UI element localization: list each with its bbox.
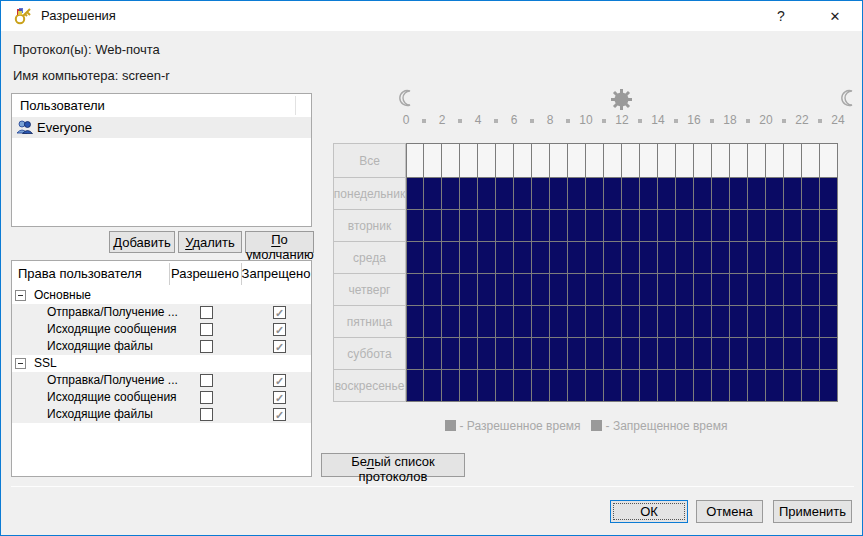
- schedule-cell[interactable]: [748, 242, 766, 274]
- schedule-cell[interactable]: [586, 178, 604, 210]
- schedule-cell[interactable]: [676, 143, 694, 178]
- schedule-day-label[interactable]: вторник: [333, 209, 406, 242]
- schedule-cell[interactable]: [406, 338, 424, 370]
- schedule-cell[interactable]: [676, 242, 694, 274]
- schedule-cell[interactable]: [658, 242, 676, 274]
- schedule-cell[interactable]: [748, 210, 766, 242]
- schedule-cell[interactable]: [676, 178, 694, 210]
- schedule-cell[interactable]: [442, 306, 460, 338]
- allowed-checkbox[interactable]: [200, 340, 213, 353]
- delete-user-button[interactable]: Удалить: [178, 231, 242, 253]
- schedule-cell[interactable]: [694, 242, 712, 274]
- schedule-cell[interactable]: [586, 143, 604, 178]
- schedule-cell[interactable]: [550, 143, 568, 178]
- schedule-cell[interactable]: [658, 306, 676, 338]
- schedule-cell[interactable]: [622, 143, 640, 178]
- schedule-cell[interactable]: [784, 178, 802, 210]
- schedule-cell[interactable]: [514, 274, 532, 306]
- schedule-cell[interactable]: [802, 370, 820, 402]
- schedule-cell[interactable]: [406, 178, 424, 210]
- schedule-cell[interactable]: [532, 178, 550, 210]
- schedule-cell[interactable]: [712, 210, 730, 242]
- schedule-cell[interactable]: [478, 274, 496, 306]
- schedule-cell[interactable]: [676, 274, 694, 306]
- schedule-cell[interactable]: [586, 242, 604, 274]
- schedule-cell[interactable]: [550, 306, 568, 338]
- schedule-cell[interactable]: [640, 306, 658, 338]
- schedule-cell[interactable]: [784, 338, 802, 370]
- schedule-cell[interactable]: [712, 370, 730, 402]
- schedule-cell[interactable]: [604, 370, 622, 402]
- schedule-cell[interactable]: [640, 242, 658, 274]
- schedule-cell[interactable]: [442, 178, 460, 210]
- schedule-cell[interactable]: [406, 370, 424, 402]
- schedule-day-label[interactable]: среда: [333, 241, 406, 274]
- schedule-cell[interactable]: [658, 210, 676, 242]
- forbidden-checkbox[interactable]: ✓: [273, 306, 286, 319]
- schedule-cell[interactable]: [676, 370, 694, 402]
- schedule-cell[interactable]: [460, 338, 478, 370]
- schedule-cell[interactable]: [766, 143, 784, 178]
- user-row-everyone[interactable]: Everyone: [12, 117, 311, 138]
- schedule-cell[interactable]: [604, 242, 622, 274]
- schedule-cell[interactable]: [820, 274, 838, 306]
- schedule-cell[interactable]: [604, 178, 622, 210]
- schedule-cell[interactable]: [514, 143, 532, 178]
- forbidden-checkbox[interactable]: ✓: [273, 408, 286, 421]
- schedule-cell[interactable]: [802, 242, 820, 274]
- schedule-cell[interactable]: [604, 274, 622, 306]
- schedule-cell[interactable]: [406, 306, 424, 338]
- collapse-icon[interactable]: [15, 290, 26, 301]
- schedule-cell[interactable]: [478, 306, 496, 338]
- schedule-cell[interactable]: [766, 178, 784, 210]
- schedule-cell[interactable]: [442, 338, 460, 370]
- schedule-cell[interactable]: [550, 274, 568, 306]
- schedule-cell[interactable]: [532, 274, 550, 306]
- schedule-cell[interactable]: [640, 274, 658, 306]
- schedule-cell[interactable]: [460, 178, 478, 210]
- schedule-cell[interactable]: [712, 143, 730, 178]
- schedule-cell[interactable]: [406, 210, 424, 242]
- schedule-cell[interactable]: [658, 143, 676, 178]
- forbidden-checkbox[interactable]: ✓: [273, 323, 286, 336]
- schedule-cell[interactable]: [622, 242, 640, 274]
- schedule-cell[interactable]: [460, 370, 478, 402]
- schedule-cell[interactable]: [622, 178, 640, 210]
- schedule-cell[interactable]: [784, 274, 802, 306]
- schedule-cell[interactable]: [802, 338, 820, 370]
- schedule-cell[interactable]: [658, 338, 676, 370]
- schedule-cell[interactable]: [568, 338, 586, 370]
- schedule-cell[interactable]: [514, 210, 532, 242]
- schedule-cell[interactable]: [442, 242, 460, 274]
- schedule-cell[interactable]: [766, 306, 784, 338]
- allowed-checkbox[interactable]: [200, 391, 213, 404]
- schedule-cell[interactable]: [802, 143, 820, 178]
- schedule-cell[interactable]: [694, 370, 712, 402]
- schedule-cell[interactable]: [424, 338, 442, 370]
- schedule-cell[interactable]: [406, 242, 424, 274]
- schedule-cell[interactable]: [820, 306, 838, 338]
- schedule-cell[interactable]: [748, 274, 766, 306]
- schedule-cell[interactable]: [766, 242, 784, 274]
- schedule-cell[interactable]: [424, 274, 442, 306]
- schedule-cell[interactable]: [550, 370, 568, 402]
- schedule-cell[interactable]: [730, 370, 748, 402]
- schedule-cell[interactable]: [532, 210, 550, 242]
- schedule-cell[interactable]: [622, 274, 640, 306]
- schedule-cell[interactable]: [604, 143, 622, 178]
- schedule-cell[interactable]: [532, 338, 550, 370]
- schedule-cell[interactable]: [748, 338, 766, 370]
- schedule-cell[interactable]: [730, 143, 748, 178]
- schedule-cell[interactable]: [586, 370, 604, 402]
- schedule-cell[interactable]: [694, 306, 712, 338]
- schedule-cell[interactable]: [712, 242, 730, 274]
- schedule-cell[interactable]: [712, 306, 730, 338]
- schedule-cell[interactable]: [514, 306, 532, 338]
- schedule-cell[interactable]: [676, 338, 694, 370]
- schedule-cell[interactable]: [406, 143, 424, 178]
- schedule-cell[interactable]: [586, 274, 604, 306]
- schedule-cell[interactable]: [424, 370, 442, 402]
- schedule-cell[interactable]: [658, 370, 676, 402]
- schedule-cell[interactable]: [730, 338, 748, 370]
- schedule-cell[interactable]: [730, 210, 748, 242]
